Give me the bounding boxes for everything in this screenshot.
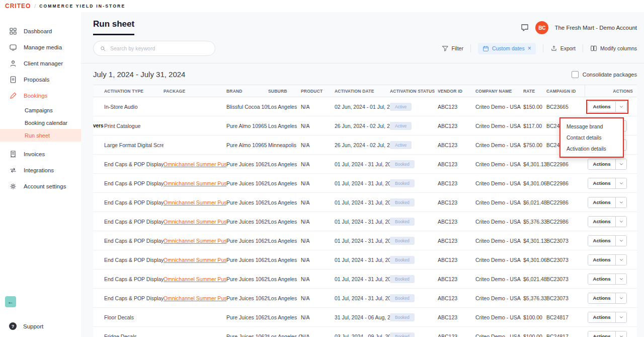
- column-header-rate[interactable]: RATE: [523, 89, 546, 94]
- actions-chevron-button[interactable]: [615, 293, 626, 303]
- filter-button[interactable]: Filter: [442, 45, 463, 52]
- actions-chevron-button[interactable]: [615, 217, 626, 227]
- table-row: Large Format Digital ScreensPure Almo 10…: [93, 136, 637, 155]
- cell-vendor-id: ABC123: [438, 199, 475, 206]
- column-header-suburb[interactable]: SUBURB: [268, 89, 301, 94]
- cell-activation-status: Booked: [390, 198, 438, 207]
- column-header-vendor-id[interactable]: VENDOR ID: [438, 89, 475, 94]
- column-header-campaign-id[interactable]: CAMPAIGN ID: [546, 89, 585, 94]
- column-header-brand[interactable]: BRAND: [226, 89, 268, 94]
- menu-item-contact-details[interactable]: Contact details: [560, 132, 623, 143]
- actions-chevron-button[interactable]: [615, 102, 626, 112]
- toolbar-divider: [543, 44, 543, 52]
- package-link[interactable]: Omnichannel Summer Push: [164, 238, 226, 244]
- modify-columns-button[interactable]: Modify columns: [590, 45, 637, 52]
- sidebar-item-client-manager[interactable]: Client manager: [0, 55, 81, 72]
- sidebar-subitem-campaigns[interactable]: Campaigns: [0, 104, 81, 116]
- custom-dates-chip[interactable]: Custom dates ×: [478, 43, 536, 54]
- cell-brand: Pure Juices 10629: [226, 219, 268, 225]
- consolidate-packages-checkbox[interactable]: [572, 71, 579, 78]
- actions-button[interactable]: Actions: [588, 217, 615, 227]
- sidebar-subitem-run-sheet[interactable]: Run sheet: [0, 129, 81, 142]
- sidebar-item-invoices[interactable]: Invoices: [0, 146, 81, 162]
- actions-button[interactable]: Actions: [588, 102, 615, 112]
- actions-chevron-button[interactable]: [615, 178, 626, 188]
- package-link[interactable]: Omnichannel Summer Push: [164, 199, 226, 206]
- sidebar-item-bookings[interactable]: Bookings: [0, 88, 81, 104]
- close-icon[interactable]: ×: [528, 45, 531, 51]
- column-header-company-name[interactable]: COMPANY NAME: [475, 89, 523, 94]
- column-header-activation-date[interactable]: ACTIVATION DATE: [335, 89, 390, 94]
- cell-activation-date: 01 Jul, 2024 - 31 Jul, 2024: [335, 276, 390, 282]
- avatar[interactable]: BC: [535, 21, 548, 34]
- collapse-sidebar-button[interactable]: ←: [5, 296, 16, 307]
- actions-chevron-button[interactable]: [615, 159, 626, 169]
- export-icon: [550, 45, 557, 52]
- package-link[interactable]: Omnichannel Summer Push: [164, 180, 226, 186]
- actions-button[interactable]: Actions: [588, 197, 615, 208]
- package-link[interactable]: Omnichannel Summer Push: [164, 219, 226, 225]
- toolbar-divider: [470, 44, 471, 52]
- status-badge: Booked: [390, 198, 415, 207]
- actions-button[interactable]: Actions: [588, 331, 615, 337]
- cell-activation-status: Booked: [390, 275, 438, 283]
- actions-chevron-button[interactable]: [615, 255, 626, 265]
- actions-button[interactable]: Actions: [588, 178, 615, 188]
- column-header-package[interactable]: PACKAGE: [164, 89, 226, 94]
- sidebar-item-account-settings[interactable]: Account settings: [0, 178, 81, 194]
- cell-vendor-id: ABC123: [438, 333, 475, 337]
- cell-campaign-id: BC22986: [546, 219, 585, 225]
- column-header-activation-type[interactable]: ACTIVATION TYPE: [104, 89, 164, 94]
- actions-chevron-button[interactable]: [615, 312, 626, 322]
- cell-product: N/A: [301, 142, 335, 148]
- cell-company-name: Criteo Demo - USA: [475, 314, 523, 320]
- actions-button[interactable]: Actions: [588, 293, 615, 303]
- sidebar-item-integrations[interactable]: Integrations: [0, 162, 81, 178]
- actions-button[interactable]: Actions: [588, 236, 615, 246]
- cell-activation-type: End Caps & POP Displays: [104, 180, 164, 186]
- search-input[interactable]: [110, 45, 209, 51]
- sidebar-subitem-booking-calendar[interactable]: Booking calendar: [0, 116, 81, 129]
- actions-chevron-button[interactable]: [615, 331, 626, 337]
- actions-button[interactable]: Actions: [588, 312, 615, 322]
- sidebar-item-manage-media[interactable]: Manage media: [0, 39, 81, 55]
- cell-activation-type: End Caps & POP Displays: [104, 257, 164, 263]
- chat-icon[interactable]: [520, 23, 529, 32]
- package-link[interactable]: Omnichannel Summer Push: [164, 295, 226, 301]
- actions-button[interactable]: Actions: [588, 255, 615, 265]
- cell-actions: Actions: [585, 331, 637, 337]
- actions-button[interactable]: Actions: [588, 159, 615, 169]
- cell-company-name: Criteo Demo - USA: [475, 276, 523, 282]
- cell-activation-type: End Caps & POP Displays: [104, 199, 164, 206]
- help-icon: ?: [9, 322, 17, 330]
- column-header-activation-status[interactable]: ACTIVATION STATUS▲: [390, 89, 438, 94]
- row-side-label: vers: [93, 123, 104, 128]
- media-icon: [9, 43, 17, 51]
- package-link[interactable]: Omnichannel Summer Push: [164, 257, 226, 263]
- export-button[interactable]: Export: [550, 45, 576, 52]
- package-link[interactable]: Omnichannel Summer Push: [164, 276, 226, 282]
- package-link[interactable]: Omnichannel Summer Push: [164, 161, 226, 167]
- cell-activation-status: Booked: [390, 332, 438, 337]
- cell-rate: $4,301.06: [523, 257, 546, 263]
- cell-rate: $750.00: [523, 142, 546, 148]
- actions-chevron-button[interactable]: [615, 274, 626, 284]
- sidebar-item-dashboard[interactable]: Dashboard: [0, 23, 81, 39]
- cell-product: N/A: [301, 161, 335, 167]
- cell-activation-status: Active: [390, 141, 438, 149]
- cell-brand: Pure Juices 10629: [226, 238, 268, 244]
- sidebar-item-proposals[interactable]: Proposals: [0, 72, 81, 88]
- actions-chevron-button[interactable]: [615, 236, 626, 246]
- cell-package: Omnichannel Summer Push: [164, 238, 226, 244]
- actions-button[interactable]: Actions: [588, 274, 615, 284]
- menu-item-activation-details[interactable]: Activation details: [560, 143, 623, 154]
- cell-actions: Actions: [585, 274, 637, 285]
- search-box[interactable]: [93, 41, 215, 56]
- cell-actions: Actions: [585, 254, 637, 265]
- cell-actions: Actions: [585, 159, 637, 170]
- column-header-product[interactable]: PRODUCT: [301, 89, 335, 94]
- table-row: End Caps & POP DisplaysOmnichannel Summe…: [93, 174, 637, 193]
- actions-chevron-button[interactable]: [615, 197, 626, 208]
- menu-item-message-brand[interactable]: Message brand: [560, 121, 623, 132]
- sidebar-item-support[interactable]: ? Support: [0, 322, 81, 337]
